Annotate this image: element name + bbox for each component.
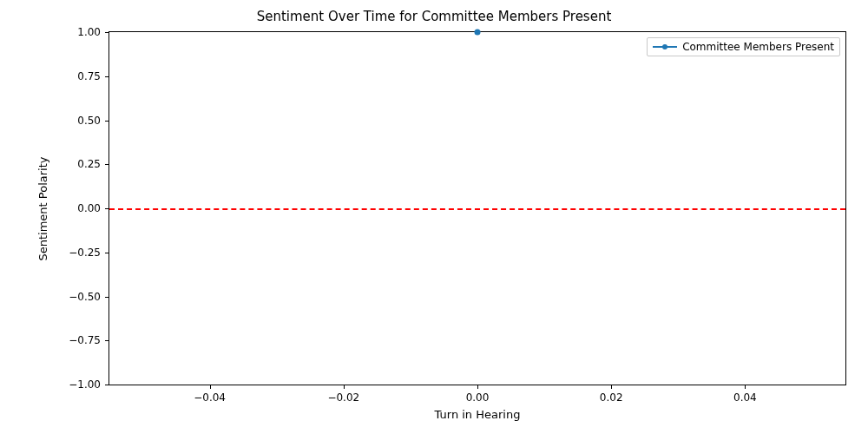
chart-title: Sentiment Over Time for Committee Member…: [0, 9, 868, 24]
ytick-label: 0.25: [77, 158, 101, 170]
xtick-mark: [477, 385, 478, 389]
data-point: [475, 30, 481, 36]
zero-reference-line: [109, 208, 845, 210]
ytick-mark: [105, 297, 109, 298]
xtick-mark: [745, 385, 746, 389]
ytick-label: −1.00: [69, 378, 101, 391]
ytick-label: −0.75: [69, 334, 101, 346]
ytick-label: −0.50: [69, 291, 101, 303]
y-axis-label: Sentiment Polarity: [35, 31, 52, 385]
xtick-mark: [344, 385, 345, 389]
ytick-label: 0.00: [77, 202, 101, 214]
xtick-mark: [611, 385, 612, 389]
xtick-label: 0.00: [466, 391, 490, 404]
ytick-label: −0.25: [69, 247, 101, 259]
ytick-mark: [105, 121, 109, 122]
xtick-label: 0.02: [600, 391, 623, 404]
legend-marker-icon: [662, 44, 667, 49]
ytick-label: 0.75: [77, 70, 101, 82]
ytick-mark: [105, 164, 109, 165]
ytick-mark: [105, 76, 109, 77]
ytick-mark: [105, 340, 109, 341]
legend-label: Committee Members Present: [682, 41, 834, 53]
plot-area: Committee Members Present 1.00 0.75 0.50…: [108, 31, 846, 385]
xtick-label: −0.02: [327, 391, 359, 404]
ytick-label: 1.00: [77, 26, 101, 38]
chart-figure: Sentiment Over Time for Committee Member…: [0, 0, 868, 434]
ytick-mark: [105, 253, 109, 253]
legend: Committee Members Present: [647, 37, 840, 56]
xtick-label: 0.04: [733, 391, 757, 404]
ytick-mark: [105, 385, 109, 385]
legend-line-sample: [653, 43, 677, 51]
ytick-mark: [105, 208, 109, 209]
x-axis-label: Turn in Hearing: [108, 408, 846, 421]
xtick-mark: [210, 385, 211, 389]
xtick-label: −0.04: [194, 391, 226, 404]
ytick-label: 0.50: [77, 115, 101, 127]
ytick-mark: [105, 32, 109, 33]
